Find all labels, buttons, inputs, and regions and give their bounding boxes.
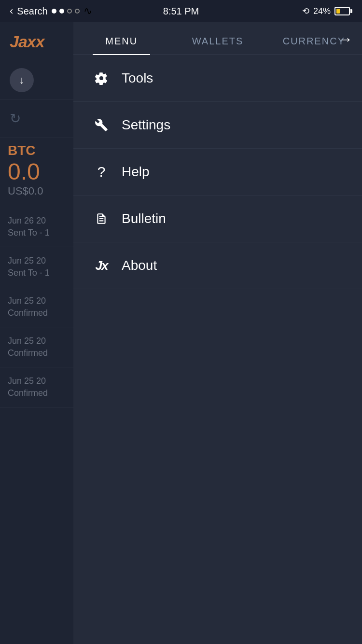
tx-status-0: Sent To - 1 — [8, 228, 66, 238]
transactions-list: Jun 26 20 Sent To - 1 Jun 25 20 Sent To … — [0, 207, 73, 407]
currency-label: BTC — [0, 138, 73, 158]
tx-status-3: Confirmed — [8, 348, 66, 358]
menu-item-settings[interactable]: Settings — [73, 102, 362, 149]
dot-2 — [59, 9, 64, 14]
signal-dots — [52, 9, 80, 14]
tx-item-1[interactable]: Jun 25 20 Sent To - 1 — [0, 247, 73, 287]
tab-menu-label: MENU — [105, 36, 138, 46]
download-icon[interactable]: ↓ — [10, 68, 34, 92]
help-label: Help — [122, 164, 150, 180]
menu-panel: → MENU WALLETS CURRENCY To — [73, 22, 362, 644]
tx-item-0[interactable]: Jun 26 20 Sent To - 1 — [0, 207, 73, 247]
jaxx-logo: Jaxx — [10, 32, 44, 51]
tools-gear-icon — [93, 70, 110, 87]
question-mark-icon: ? — [93, 163, 110, 181]
battery-percent: 24% — [313, 6, 331, 16]
wrench-icon — [93, 116, 110, 134]
tx-date-0: Jun 26 20 — [8, 216, 66, 226]
main-container: Jaxx ↓ ↻ BTC 0.0 US$0.0 Jun 26 20 Sent T… — [0, 22, 362, 644]
tx-item-3[interactable]: Jun 25 20 Confirmed — [0, 327, 73, 367]
tx-date-2: Jun 25 20 — [8, 296, 66, 306]
tab-menu[interactable]: MENU — [73, 28, 169, 55]
jaxx-x-icon: Jx — [93, 257, 110, 274]
btc-currency-label: BTC 0.0 US$0.0 — [0, 138, 73, 207]
about-label: About — [122, 258, 157, 273]
bulletin-document-icon — [93, 210, 110, 227]
tx-date-4: Jun 25 20 — [8, 376, 66, 386]
status-right: ⟲ 24% — [302, 6, 352, 16]
tx-status-4: Confirmed — [8, 388, 66, 398]
wifi-icon: ∿ — [84, 5, 92, 17]
btc-amount: 0.0 — [0, 158, 73, 185]
tools-label: Tools — [122, 70, 153, 86]
usd-amount: US$0.0 — [0, 185, 73, 207]
menu-item-about[interactable]: Jx About — [73, 242, 362, 289]
tx-date-1: Jun 25 20 — [8, 256, 66, 266]
dot-1 — [52, 9, 56, 14]
bulletin-label: Bulletin — [122, 211, 166, 226]
tx-status-1: Sent To - 1 — [8, 268, 66, 278]
tx-item-4[interactable]: Jun 25 20 Confirmed — [0, 367, 73, 407]
tab-wallets-label: WALLETS — [192, 36, 244, 46]
dot-4 — [75, 9, 80, 14]
status-bar: ‹ Search ∿ 8:51 PM ⟲ 24% — [0, 0, 362, 22]
menu-items-list: Tools Settings ? Help — [73, 55, 362, 289]
tx-status-2: Confirmed — [8, 308, 66, 318]
back-arrow-icon[interactable]: ‹ — [10, 5, 13, 17]
menu-item-help[interactable]: ? Help — [73, 149, 362, 196]
refresh-icon[interactable]: ↻ — [10, 111, 21, 126]
battery-icon — [334, 7, 352, 15]
menu-item-bulletin[interactable]: Bulletin — [73, 196, 362, 242]
status-time: 8:51 PM — [163, 6, 199, 17]
status-search-label[interactable]: Search — [17, 6, 47, 17]
tab-currency-label: CURRENCY — [283, 36, 345, 46]
menu-item-tools[interactable]: Tools — [73, 55, 362, 102]
tab-currency[interactable]: CURRENCY — [266, 28, 362, 55]
status-left: ‹ Search ∿ — [10, 5, 92, 17]
tx-item-2[interactable]: Jun 25 20 Confirmed — [0, 287, 73, 327]
dot-3 — [67, 9, 72, 14]
bluetooth-icon: ⟲ — [302, 6, 309, 16]
app-header: Jaxx — [0, 22, 73, 61]
menu-tabs: MENU WALLETS CURRENCY — [73, 22, 362, 55]
tab-wallets[interactable]: WALLETS — [169, 28, 265, 55]
icon-row: ↓ — [0, 61, 73, 99]
refresh-row: ↻ — [0, 99, 73, 138]
left-panel: Jaxx ↓ ↻ BTC 0.0 US$0.0 Jun 26 20 Sent T… — [0, 22, 73, 644]
settings-label: Settings — [122, 117, 170, 133]
tx-date-3: Jun 25 20 — [8, 336, 66, 346]
